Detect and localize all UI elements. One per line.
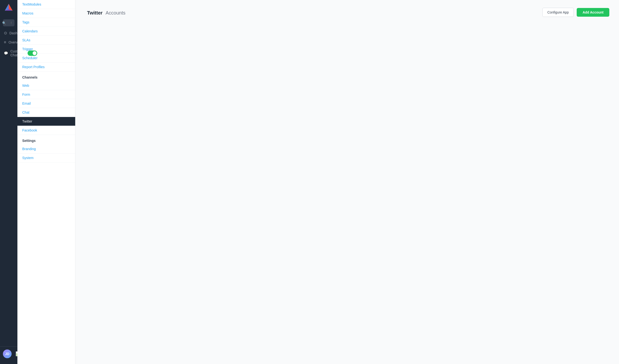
content-header: Twitter Accounts Configure App Add Accou… (85, 8, 609, 17)
customer-chat-toggle[interactable] (28, 51, 37, 56)
app-logo (4, 3, 14, 13)
settings-link-macros[interactable]: Macros (17, 9, 75, 18)
sidebar-item-dashboard[interactable]: ⊙ Dashboard (0, 28, 17, 38)
settings-link-text-modules[interactable]: TextModules (17, 0, 75, 9)
overviews-icon: ≡ (4, 40, 6, 44)
settings-link-trigger[interactable]: Trigger (17, 45, 75, 54)
settings-link-chat[interactable]: Chat (17, 108, 75, 117)
main-content: Twitter Accounts Configure App Add Accou… (75, 0, 619, 364)
settings-link-slas[interactable]: SLAs (17, 36, 75, 45)
settings-link-branding[interactable]: Branding (17, 144, 75, 154)
settings-link-tags[interactable]: Tags (17, 18, 75, 27)
dashboard-icon: ⊙ (4, 31, 7, 35)
settings-link-facebook[interactable]: Facebook (17, 126, 75, 135)
page-title: Twitter Accounts (85, 9, 126, 16)
channels-section-title: Channels (17, 71, 75, 81)
add-account-button[interactable]: Add Account (577, 8, 609, 17)
settings-link-report-profiles[interactable]: Report Profiles (17, 63, 75, 71)
settings-link-form[interactable]: Form (17, 90, 75, 99)
configure-app-button[interactable]: Configure App (542, 8, 574, 17)
settings-link-twitter[interactable]: Twitter (17, 117, 75, 126)
search-icon: 🔍 (2, 21, 6, 25)
chat-icon: 💬 (4, 51, 8, 55)
settings-link-email[interactable]: Email (17, 99, 75, 108)
sidebar-item-overviews[interactable]: ≡ Overviews (0, 38, 17, 47)
settings-link-web[interactable]: Web (17, 81, 75, 90)
header-actions: Configure App Add Account (542, 8, 609, 17)
settings-link-system[interactable]: System (17, 154, 75, 162)
settings-link-calendars[interactable]: Calendars (17, 27, 75, 36)
settings-sidebar: TextModules Macros Tags Calendars SLAs T… (17, 0, 75, 364)
settings-link-scheduler[interactable]: Scheduler (17, 54, 75, 63)
left-nav: 🔍 ⊙ Dashboard ≡ Overviews 💬 Customer Cha… (0, 0, 17, 364)
sidebar-item-customer-chat: 💬 Customer Chat (0, 47, 17, 59)
avatar[interactable]: JD (3, 350, 12, 358)
settings-section-title: Settings (17, 135, 75, 144)
